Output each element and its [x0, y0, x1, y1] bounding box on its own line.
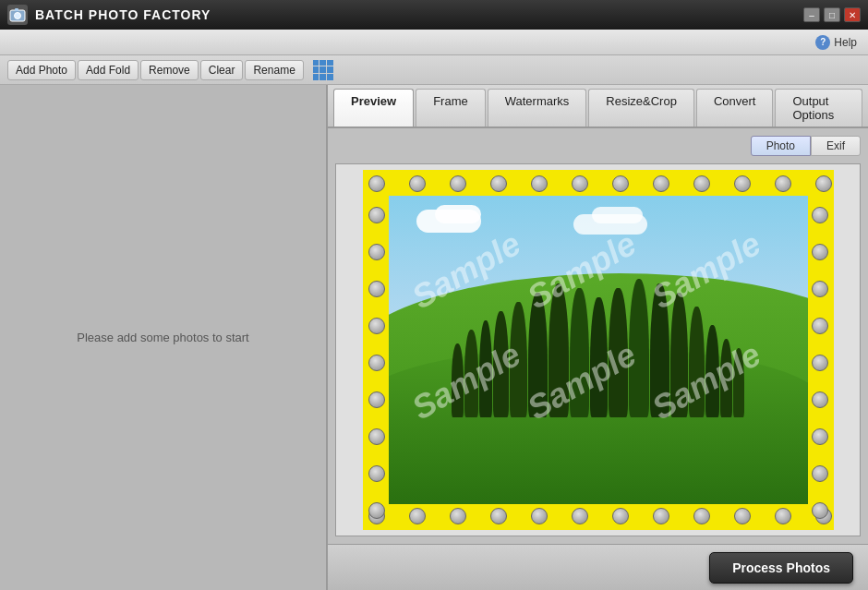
helpbar: ? Help: [0, 30, 868, 55]
frame-dot: [531, 175, 548, 192]
app-title: BATCH PHOTO FACTORY: [35, 7, 211, 22]
photo-exif-bar: Photo Exif: [335, 136, 861, 156]
frame-dot: [368, 207, 385, 223]
close-button[interactable]: ✕: [844, 7, 861, 22]
tabs: Preview Frame Watermarks Resize&Crop Con…: [328, 85, 868, 128]
frame-dot: [368, 318, 385, 334]
frame-dot: [734, 175, 751, 192]
exif-toggle-button[interactable]: Exif: [811, 136, 861, 156]
window-controls: – □ ✕: [803, 7, 861, 22]
clear-button[interactable]: Clear: [200, 60, 244, 80]
frame-dot: [812, 428, 828, 445]
frame-dot: [572, 175, 588, 192]
rename-button[interactable]: Rename: [245, 60, 303, 80]
process-photos-button[interactable]: Process Photos: [709, 552, 853, 584]
photo-toggle-button[interactable]: Photo: [751, 136, 811, 156]
svg-point-1: [15, 13, 21, 19]
minimize-button[interactable]: –: [803, 7, 820, 22]
frame-dot: [775, 508, 791, 524]
frame-dot: [693, 508, 710, 524]
preview-area: Photo Exif: [328, 128, 868, 544]
frame-dot: [612, 175, 629, 192]
maximize-button[interactable]: □: [824, 7, 840, 22]
frame-dot: [368, 355, 385, 371]
frame-dot: [612, 508, 629, 524]
help-button[interactable]: ? Help: [815, 35, 857, 50]
tab-watermarks[interactable]: Watermarks: [488, 89, 587, 126]
tab-preview[interactable]: Preview: [333, 89, 414, 126]
right-panel: Preview Frame Watermarks Resize&Crop Con…: [328, 85, 868, 590]
frame-dot: [812, 281, 828, 297]
frame-dot: [368, 175, 385, 192]
help-icon: ?: [815, 35, 830, 50]
frame-dot: [368, 465, 385, 482]
bottom-bar: Process Photos: [328, 544, 868, 590]
frame-dot: [409, 175, 426, 192]
remove-button[interactable]: Remove: [140, 60, 199, 80]
frame-dot: [812, 244, 828, 260]
frame-dot: [531, 508, 548, 524]
add-fold-button[interactable]: Add Fold: [78, 60, 139, 80]
tab-frame[interactable]: Frame: [416, 89, 486, 126]
frame-dot: [812, 391, 828, 408]
frame-dot: [775, 175, 791, 192]
preview-frame: Sample Sample Sample Sample Sample Sampl…: [335, 163, 861, 536]
tab-resize-crop[interactable]: Resize&Crop: [588, 89, 694, 126]
empty-message: Please add some photos to start: [77, 331, 248, 344]
frame-dot: [815, 175, 832, 192]
frame-dot: [653, 508, 669, 524]
photo-frame-outer: Sample Sample Sample Sample Sample Sampl…: [363, 170, 834, 530]
tab-convert[interactable]: Convert: [696, 89, 774, 126]
frame-dot: [368, 502, 385, 519]
frame-dot: [653, 175, 669, 192]
app-icon: [7, 5, 28, 25]
frame-dot: [490, 508, 507, 524]
titlebar-left: BATCH PHOTO FACTORY: [7, 5, 211, 25]
frame-dot: [812, 465, 828, 482]
frame-dot: [450, 175, 466, 192]
frame-dot: [812, 207, 828, 223]
frame-dot: [572, 508, 588, 524]
frame-dot: [409, 508, 426, 524]
frame-dot: [490, 175, 507, 192]
frame-dot: [368, 244, 385, 260]
help-label: Help: [834, 36, 857, 49]
frame-dot: [450, 508, 466, 524]
photo-inner: Sample Sample Sample Sample Sample Sampl…: [389, 196, 808, 504]
frame-dot: [734, 508, 751, 524]
frame-dot: [812, 502, 828, 519]
frame-dot: [368, 428, 385, 445]
add-photo-button[interactable]: Add Photo: [7, 60, 76, 80]
tab-output-options[interactable]: Output Options: [775, 89, 862, 126]
frame-dot: [368, 391, 385, 408]
frame-dot: [812, 318, 828, 334]
frame-dot: [693, 175, 710, 192]
grid-view-icon[interactable]: [313, 60, 333, 80]
main: Please add some photos to start Preview …: [0, 85, 868, 590]
svg-rect-2: [15, 8, 18, 11]
titlebar: BATCH PHOTO FACTORY – □ ✕: [0, 0, 868, 30]
left-panel: Please add some photos to start: [0, 85, 328, 590]
frame-dot: [368, 281, 385, 297]
toolbar: Add Photo Add Fold Remove Clear Rename: [0, 55, 868, 85]
frame-dot: [812, 355, 828, 371]
